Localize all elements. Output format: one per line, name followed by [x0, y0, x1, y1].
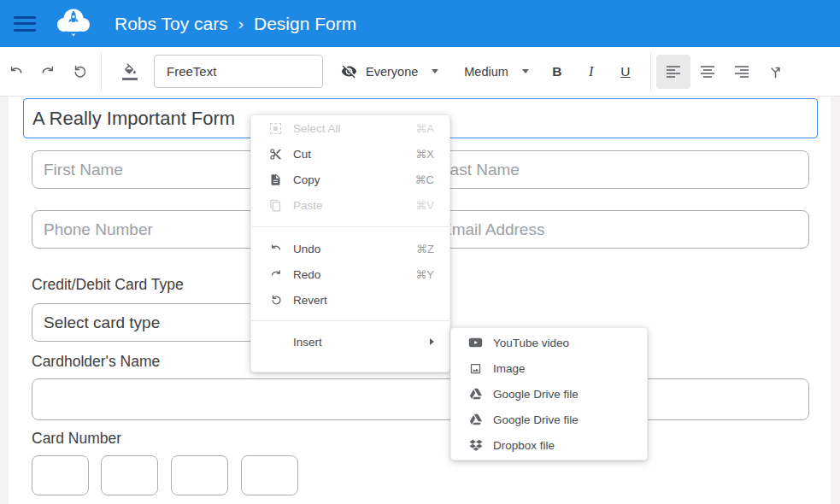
visibility-dropdown[interactable]: Everyone: [341, 63, 438, 79]
font-size-dropdown[interactable]: Medium: [464, 65, 529, 79]
breadcrumb-parent[interactable]: Robs Toy cars: [115, 14, 228, 34]
insert-submenu: YouTube video Image Google Drive file Go…: [450, 327, 648, 460]
cloud-rocket-logo-icon: [53, 5, 94, 43]
submenu-item-youtube-video[interactable]: YouTube video: [451, 330, 647, 355]
submenu-item-dropbox-file[interactable]: Dropbox file: [451, 432, 647, 458]
card-number-box-2[interactable]: [101, 455, 158, 495]
email-address-field[interactable]: [429, 210, 809, 249]
card-number-box-4[interactable]: [241, 455, 298, 495]
menu-item-revert[interactable]: Revert: [251, 287, 449, 313]
align-left-icon: [666, 65, 681, 79]
breadcrumb-separator: ›: [238, 15, 244, 33]
menu-item-cut[interactable]: Cut ⌘X: [251, 141, 449, 167]
card-number-box-1[interactable]: [32, 455, 89, 495]
fill-color-swatch: [122, 78, 138, 80]
dropbox-icon: [468, 439, 483, 452]
bold-button[interactable]: B: [540, 56, 574, 88]
copy-document-icon: [268, 173, 283, 186]
paste-icon: [268, 199, 283, 212]
visibility-off-icon: [341, 63, 357, 79]
align-right-icon: [734, 65, 749, 79]
menu-item-undo[interactable]: Undo ⌘Z: [251, 236, 449, 261]
visibility-label: Everyone: [366, 65, 418, 79]
align-right-button[interactable]: [725, 55, 759, 89]
google-drive-icon: [468, 413, 483, 425]
cardholder-name-label: Cardholder's Name: [32, 353, 160, 371]
menu-item-insert[interactable]: Insert: [251, 329, 449, 355]
menu-item-paste: Paste ⌘V: [251, 192, 449, 218]
card-type-selected-value: Select card type: [44, 314, 160, 332]
fill-color-icon: [123, 63, 138, 77]
card-number-label: Card Number: [32, 430, 121, 448]
undo-button[interactable]: [0, 56, 32, 88]
align-center-icon: [700, 65, 715, 79]
revert-icon: [268, 293, 283, 307]
form-canvas: Credit/Debit Card Type Select card type …: [0, 97, 840, 504]
underline-button[interactable]: U: [608, 56, 643, 88]
editor-toolbar: Everyone Medium B I U: [0, 47, 840, 97]
cardholder-name-field[interactable]: [32, 378, 809, 420]
submenu-item-image[interactable]: Image: [451, 355, 647, 381]
branch-icon: [767, 63, 784, 79]
align-left-button[interactable]: [656, 55, 690, 89]
caret-down-icon: [432, 69, 438, 73]
breadcrumb: Robs Toy cars › Design Form: [115, 14, 356, 34]
caret-down-icon: [522, 69, 529, 73]
canvas-scroll-track[interactable]: [831, 97, 840, 504]
menu-item-copy[interactable]: Copy ⌘C: [251, 167, 449, 192]
submenu-arrow-icon: [430, 338, 434, 345]
redo-icon: [39, 63, 56, 80]
submenu-item-google-drive-file[interactable]: Google Drive file: [451, 381, 647, 407]
field-type-input[interactable]: [154, 55, 323, 88]
context-menu: Select All ⌘A Cut ⌘X Copy ⌘C Paste ⌘V: [250, 114, 450, 372]
italic-button[interactable]: I: [574, 56, 608, 88]
revert-icon: [71, 63, 88, 80]
toolbar-divider: [650, 52, 651, 91]
redo-button[interactable]: [32, 56, 63, 88]
select-all-icon: [268, 123, 283, 134]
revert-button[interactable]: [63, 56, 95, 88]
menu-divider: [251, 226, 449, 227]
image-icon: [468, 362, 483, 375]
app-header: Robs Toy cars › Design Form: [0, 0, 840, 47]
canvas-margin-left: [0, 97, 9, 504]
redo-icon: [268, 267, 283, 281]
card-number-box-3[interactable]: [171, 455, 228, 495]
google-drive-icon: [468, 388, 483, 400]
undo-icon: [8, 63, 25, 80]
fill-color-button[interactable]: [115, 56, 145, 88]
font-size-label: Medium: [464, 65, 508, 79]
card-type-label: Credit/Debit Card Type: [32, 276, 184, 294]
toolbar-divider: [101, 52, 102, 91]
menu-divider: [251, 320, 449, 321]
youtube-icon: [468, 337, 483, 349]
align-center-button[interactable]: [690, 55, 725, 89]
hamburger-menu-icon[interactable]: [14, 16, 36, 32]
undo-icon: [268, 242, 283, 255]
menu-item-select-all: Select All ⌘A: [251, 115, 449, 141]
menu-item-redo[interactable]: Redo ⌘Y: [251, 261, 449, 287]
scissors-icon: [268, 148, 283, 161]
breadcrumb-current: Design Form: [254, 14, 356, 34]
last-name-field[interactable]: [429, 150, 809, 189]
branch-logic-button[interactable]: [759, 55, 793, 89]
submenu-item-google-drive-file[interactable]: Google Drive file: [451, 407, 647, 432]
